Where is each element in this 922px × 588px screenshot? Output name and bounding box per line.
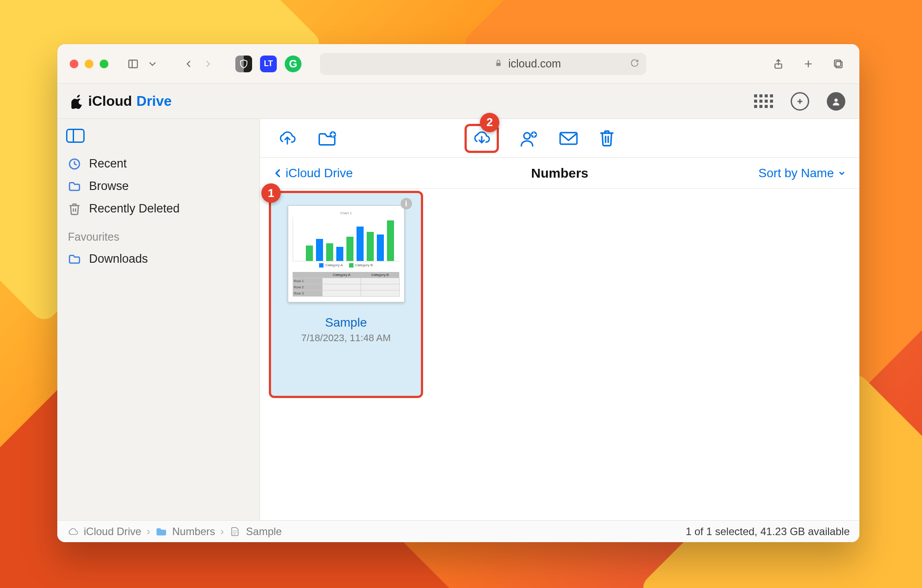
sidebar-item-label: Recently Deleted	[89, 202, 180, 216]
email-button[interactable]	[559, 124, 578, 153]
crumb-bar: iCloud Drive Numbers Sort by Name	[260, 158, 859, 189]
cloud-icon	[67, 527, 78, 536]
privacy-report-icon[interactable]	[235, 56, 252, 72]
app-launcher-icon[interactable]	[754, 94, 773, 108]
new-tab-button[interactable]	[799, 55, 817, 73]
info-icon[interactable]: i	[401, 198, 412, 209]
sort-label: Sort by Name	[758, 166, 834, 180]
trash-icon	[68, 202, 81, 216]
sidebar-item-label: Downloads	[89, 252, 148, 266]
file-name: Sample	[325, 316, 367, 330]
share-people-button[interactable]	[519, 124, 539, 153]
new-folder-button[interactable]	[317, 130, 337, 147]
clock-icon	[68, 157, 81, 171]
svg-rect-2	[496, 63, 501, 66]
grammarly-extension-icon[interactable]: G	[285, 56, 301, 72]
traffic-lights	[70, 60, 108, 68]
folder-icon	[68, 253, 81, 266]
annotation-callout-1: 1	[261, 183, 281, 203]
sidebar-item-recent[interactable]: Recent	[64, 153, 253, 175]
lock-icon	[384, 57, 503, 70]
sidebar-item-label: Browse	[89, 179, 129, 193]
browser-toolbar: LT G icloud.com	[57, 44, 859, 84]
chevron-right-icon: ›	[147, 525, 150, 538]
apple-logo-icon	[71, 94, 84, 109]
zoom-window-button[interactable]	[100, 60, 108, 68]
path-breadcrumb[interactable]: iCloud Drive › Numbers › Sample	[67, 525, 282, 538]
folder-icon	[68, 180, 81, 193]
sidebar-section-favourites: Favourites	[64, 220, 253, 248]
address-bar[interactable]: icloud.com	[320, 53, 646, 75]
document-icon	[229, 527, 241, 536]
svg-point-10	[834, 98, 837, 101]
annotation-callout-2: 2	[480, 113, 499, 132]
toolbar-dropdown-icon[interactable]	[144, 55, 161, 73]
sort-button[interactable]: Sort by Name	[758, 166, 846, 180]
url-host: icloud.com	[508, 57, 561, 70]
svg-point-17	[524, 133, 530, 139]
sidebar-toggle-button[interactable]	[124, 55, 142, 73]
back-crumb-label: iCloud Drive	[286, 166, 353, 180]
back-button[interactable]	[180, 55, 197, 73]
file-tile-sample[interactable]: 1 i Chart 1 Category ACategory B	[269, 191, 423, 398]
file-thumbnail: i Chart 1 Category ACategory B Category …	[288, 205, 405, 302]
file-date: 7/18/2023, 11:48 AM	[301, 332, 390, 344]
folder-title: Numbers	[531, 166, 588, 181]
crumb-segment: Sample	[246, 525, 282, 538]
crumb-segment: iCloud Drive	[84, 525, 141, 538]
safari-window: LT G icloud.com iC	[57, 44, 859, 542]
sidebar-collapse-button[interactable]	[66, 129, 85, 143]
sidebar-item-label: Recent	[89, 157, 127, 171]
share-button[interactable]	[770, 55, 787, 73]
svg-rect-6	[836, 61, 842, 67]
tabs-overview-button[interactable]	[829, 55, 847, 73]
brand-title-b: Drive	[137, 93, 172, 109]
download-button[interactable]	[472, 130, 491, 147]
sidebar: Recent Browse Recently Deleted Favourite…	[57, 119, 260, 520]
reload-icon[interactable]	[630, 57, 639, 70]
chart-preview-icon	[293, 217, 400, 261]
forward-button	[199, 55, 217, 73]
main-area: 2	[260, 119, 859, 520]
folder-icon	[156, 527, 167, 536]
icloud-header: iCloud Drive	[57, 84, 859, 119]
account-button[interactable]	[827, 92, 845, 111]
file-tools: 2	[260, 119, 859, 158]
create-button[interactable]	[791, 92, 809, 111]
back-to-icloud-drive[interactable]: iCloud Drive	[273, 166, 353, 180]
delete-button[interactable]	[599, 124, 615, 153]
annotation-box-download: 2	[465, 124, 499, 153]
svg-rect-7	[834, 60, 840, 66]
crumb-segment: Numbers	[172, 525, 215, 538]
close-window-button[interactable]	[70, 60, 78, 68]
brand-title-a: iCloud	[88, 93, 132, 109]
selection-status: 1 of 1 selected, 41.23 GB available	[686, 525, 850, 538]
sidebar-item-recently-deleted[interactable]: Recently Deleted	[64, 197, 253, 220]
minimize-window-button[interactable]	[85, 60, 93, 68]
upload-button[interactable]	[278, 130, 297, 147]
sidebar-item-browse[interactable]: Browse	[64, 175, 253, 197]
language-tool-extension-icon[interactable]: LT	[260, 56, 277, 72]
status-bar: iCloud Drive › Numbers › Sample 1 of 1 s…	[57, 520, 859, 542]
chevron-right-icon: ›	[220, 525, 224, 538]
svg-rect-0	[129, 60, 138, 67]
icloud-drive-logo[interactable]: iCloud Drive	[71, 93, 172, 109]
files-grid: 1 i Chart 1 Category ACategory B	[260, 189, 859, 520]
svg-rect-21	[560, 132, 577, 144]
sidebar-item-downloads[interactable]: Downloads	[64, 248, 253, 270]
